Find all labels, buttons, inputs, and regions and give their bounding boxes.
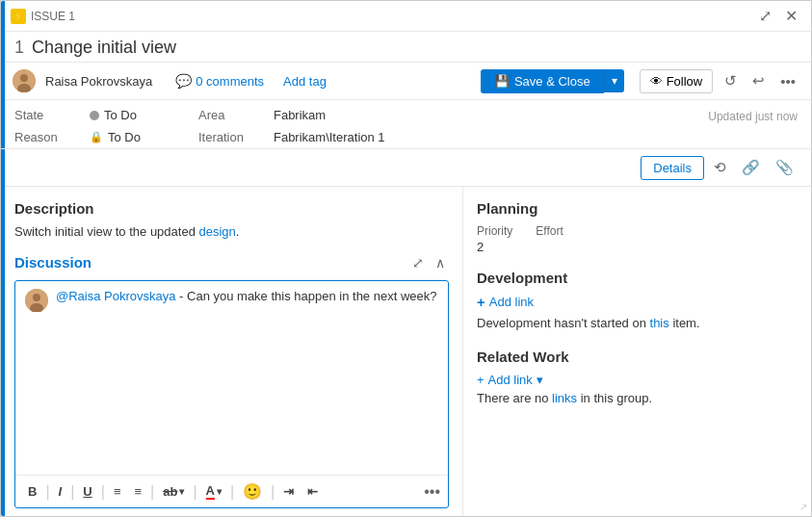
description-title: Description	[14, 200, 449, 217]
dev-add-link-button[interactable]: + Add link	[477, 294, 534, 310]
outdent-button[interactable]: ⇤	[302, 482, 323, 501]
attachment-button[interactable]: 📎	[770, 155, 799, 180]
emoji-button[interactable]: 🙂	[238, 480, 267, 503]
comment-message: - Can you make this happen in the next w…	[175, 289, 436, 303]
comment-area: @Raisa Pokrovskaya - Can you make this h…	[14, 280, 449, 509]
separator-5: |	[193, 483, 196, 501]
iteration-label: Iteration	[198, 130, 266, 144]
related-work-title: Related Work	[477, 349, 798, 365]
discussion-title: Discussion	[14, 254, 92, 271]
description-text-before: Switch initial view to the updated	[14, 224, 199, 239]
issue-tag: ⚡ ISSUE 1	[11, 9, 755, 24]
save-close-button[interactable]: 💾 Save & Close	[481, 69, 604, 93]
planning-title: Planning	[477, 200, 798, 217]
discussion-actions: ⤢ ∧	[408, 253, 449, 272]
save-close-group: 💾 Save & Close ▾	[481, 69, 624, 93]
reason-label: Reason	[14, 130, 82, 144]
comment-icon: 💬	[175, 73, 192, 89]
follow-button[interactable]: 👁 Follow	[640, 69, 714, 93]
avatar	[13, 69, 36, 92]
planning-section: Planning Priority 2 Effort	[477, 200, 798, 254]
link-button[interactable]: 🔗	[736, 155, 766, 180]
reason-row: Reason 🔒 To Do	[14, 130, 141, 144]
related-add-link-button[interactable]: + Add link ▾	[477, 373, 543, 387]
separator-6: |	[230, 483, 234, 501]
iteration-value[interactable]: Fabrikam\Iteration 1	[274, 130, 385, 144]
more-button[interactable]: •••	[776, 69, 799, 93]
right-panel: Planning Priority 2 Effort Development +	[463, 187, 811, 516]
save-icon: 💾	[494, 74, 510, 89]
state-row: State To Do	[14, 108, 141, 122]
area-label: Area	[198, 108, 266, 122]
details-tab[interactable]: Details	[641, 156, 704, 180]
reason-text[interactable]: To Do	[108, 130, 141, 144]
area-group: Area Fabrikam Iteration Fabrikam\Iterati…	[198, 108, 385, 144]
resize-handle[interactable]: ↗	[799, 502, 807, 512]
comment-text[interactable]: @Raisa Pokrovskaya - Can you make this h…	[56, 289, 438, 303]
redo-button[interactable]: ↩	[748, 68, 769, 93]
issue-body: Description Switch initial view to the u…	[1, 187, 811, 516]
separator-2: |	[70, 483, 74, 501]
separator-7: |	[271, 483, 275, 501]
state-text[interactable]: To Do	[104, 108, 137, 122]
issue-meta: State To Do Reason 🔒 To Do Area Fabrikam	[1, 100, 811, 149]
description-link[interactable]: design	[199, 224, 236, 239]
bullet-list-button[interactable]: ≡	[109, 482, 126, 501]
discussion-expand-button[interactable]: ⤢	[408, 253, 428, 272]
discussion-collapse-button[interactable]: ∧	[432, 253, 449, 272]
close-button[interactable]: ✕	[781, 5, 801, 27]
author-name: Raisa Pokrovskaya	[45, 74, 152, 89]
strikethrough-button[interactable]: ab▾	[158, 482, 189, 501]
planning-grid: Priority 2 Effort	[477, 224, 798, 254]
plus-icon-related: +	[477, 373, 485, 387]
separator-1: |	[45, 483, 49, 501]
comments-button[interactable]: 💬 0 comments	[170, 71, 270, 90]
svg-point-4	[33, 294, 40, 301]
development-title: Development	[477, 270, 798, 286]
issue-title-bar: 1 Change initial view	[1, 32, 811, 63]
description-text: Switch initial view to the updated desig…	[14, 222, 449, 242]
expand-button[interactable]: ⤢	[755, 5, 775, 27]
underline-button[interactable]: U	[78, 482, 96, 501]
italic-button[interactable]: I	[54, 482, 67, 501]
dev-description: Development hasn't started on this item.	[477, 314, 798, 333]
issue-tag-label: ISSUE 1	[31, 10, 75, 23]
save-close-dropdown[interactable]: ▾	[604, 69, 624, 92]
bold-button[interactable]: B	[23, 482, 41, 501]
add-tag-button[interactable]: Add tag	[277, 72, 332, 90]
comment-mention[interactable]: @Raisa Pokrovskaya	[56, 289, 175, 303]
ordered-list-button[interactable]: ≡	[129, 482, 146, 501]
comments-count: 0 comments	[196, 74, 264, 89]
priority-label: Priority	[477, 224, 512, 238]
issue-toolbar: Raisa Pokrovskaya 💬 0 comments Add tag 💾…	[1, 63, 811, 100]
issue-tag-icon: ⚡	[11, 9, 26, 24]
dev-add-link-label: Add link	[489, 295, 534, 309]
issue-title[interactable]: Change initial view	[32, 38, 176, 58]
undo-button[interactable]: ↺	[720, 68, 741, 93]
priority-value[interactable]: 2	[477, 240, 512, 254]
state-value: To Do	[90, 108, 137, 122]
related-add-link-label: Add link	[488, 373, 533, 387]
header-actions: ⤢ ✕	[755, 5, 801, 27]
history-button[interactable]: ⟲	[708, 155, 732, 180]
save-close-label: Save & Close	[514, 74, 590, 89]
comment-content: @Raisa Pokrovskaya - Can you make this h…	[15, 281, 448, 476]
issue-number: 1	[14, 38, 24, 58]
separator-3: |	[101, 483, 105, 501]
area-value[interactable]: Fabrikam	[274, 108, 326, 122]
more-format-button[interactable]: •••	[424, 483, 440, 501]
indent-button[interactable]: ⇥	[278, 482, 299, 501]
state-group: State To Do Reason 🔒 To Do	[14, 108, 141, 144]
iteration-row: Iteration Fabrikam\Iteration 1	[198, 130, 385, 144]
plus-icon-dev: +	[477, 294, 485, 310]
comment-toolbar: B | I | U | ≡ ≡ | ab▾ | A▾ | 🙂	[15, 475, 448, 507]
development-section: Development + Add link Development hasn'…	[477, 270, 798, 333]
state-dot	[90, 111, 99, 120]
effort-label: Effort	[536, 224, 563, 238]
left-panel: Description Switch initial view to the u…	[1, 187, 463, 516]
effort-field: Effort	[536, 224, 563, 254]
font-color-button[interactable]: A▾	[201, 481, 226, 502]
state-label: State	[14, 108, 82, 122]
related-description: There are no links in this group.	[477, 391, 798, 405]
dev-highlight: this	[650, 316, 669, 330]
